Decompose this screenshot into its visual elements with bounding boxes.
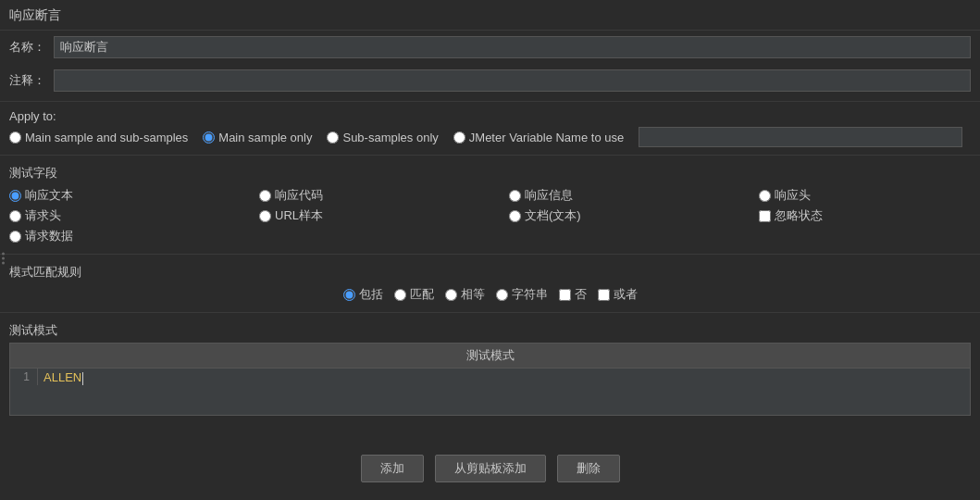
test-fields-section: 测试字段 响应文本 响应代码 响应信息 响应头 请求头	[0, 159, 980, 250]
fields-grid: 响应文本 响应代码 响应信息 响应头 请求头 URL样本	[9, 187, 971, 244]
pm-not-label: 否	[575, 286, 587, 303]
pm-match-input[interactable]	[394, 289, 406, 301]
field-url-sample[interactable]: URL样本	[259, 207, 509, 224]
add-clipboard-button[interactable]: 从剪贴板添加	[435, 455, 546, 482]
field-req-head[interactable]: 请求头	[9, 207, 259, 224]
pm-or-label: 或者	[614, 286, 638, 303]
pattern-title: 模式匹配规则	[9, 264, 971, 281]
comment-label: 注释：	[9, 72, 46, 89]
field-resp-info-label: 响应信息	[525, 187, 573, 204]
line-text: ALLEN	[43, 370, 81, 384]
radio-sub-only[interactable]: Sub-samples only	[327, 131, 438, 144]
radio-main-sub-input[interactable]	[9, 131, 21, 144]
test-patterns-body: 1 ALLEN	[10, 369, 970, 415]
page-title: 响应断言	[0, 0, 980, 31]
bottom-buttons: 添加 从剪贴板添加 删除	[0, 440, 980, 497]
radio-main-only-input[interactable]	[203, 131, 215, 144]
pm-contains-input[interactable]	[343, 289, 355, 301]
radio-sub-only-input[interactable]	[327, 131, 339, 144]
field-req-head-label: 请求头	[25, 207, 61, 224]
apply-to-section: Apply to: Main sample and sub-samples Ma…	[0, 106, 980, 151]
pattern-section: 模式匹配规则 包括 匹配 相等 字符串 否	[0, 258, 980, 308]
field-doc-text-input[interactable]	[509, 210, 521, 222]
field-url-sample-input[interactable]	[259, 210, 271, 222]
pm-substring-input[interactable]	[496, 289, 508, 301]
test-patterns-title: 测试模式	[9, 322, 971, 339]
field-ignore-status-input[interactable]	[759, 210, 771, 222]
field-url-sample-label: URL样本	[275, 207, 323, 224]
field-resp-code[interactable]: 响应代码	[259, 187, 509, 204]
pm-equals-label: 相等	[461, 286, 485, 303]
pm-or[interactable]: 或者	[598, 286, 638, 303]
radio-main-only-label: Main sample only	[218, 131, 312, 144]
radio-main-sub-label: Main sample and sub-samples	[25, 131, 188, 144]
radio-jmeter-var[interactable]: JMeter Variable Name to use	[453, 131, 624, 144]
pm-not-input[interactable]	[559, 289, 571, 301]
pm-equals[interactable]: 相等	[445, 286, 485, 303]
field-resp-code-input[interactable]	[259, 190, 271, 202]
pm-match[interactable]: 匹配	[394, 286, 434, 303]
comment-input[interactable]	[54, 69, 971, 92]
pm-contains[interactable]: 包括	[343, 286, 383, 303]
field-resp-info[interactable]: 响应信息	[509, 187, 759, 204]
field-resp-info-input[interactable]	[509, 190, 521, 202]
table-row: 1 ALLEN	[10, 369, 970, 387]
field-ignore-status[interactable]: 忽略状态	[759, 207, 971, 224]
name-label: 名称：	[9, 39, 46, 56]
field-ignore-status-label: 忽略状态	[775, 207, 823, 224]
field-resp-text-input[interactable]	[9, 190, 21, 202]
comment-row: 注释：	[0, 64, 980, 97]
pm-or-input[interactable]	[598, 289, 610, 301]
add-button[interactable]: 添加	[361, 455, 424, 482]
radio-jmeter-var-input[interactable]	[453, 131, 465, 144]
pm-match-label: 匹配	[410, 286, 434, 303]
field-resp-head[interactable]: 响应头	[759, 187, 971, 204]
text-cursor	[82, 372, 83, 385]
field-resp-text[interactable]: 响应文本	[9, 187, 259, 204]
pm-substring-label: 字符串	[512, 286, 548, 303]
pm-substring[interactable]: 字符串	[496, 286, 548, 303]
pm-contains-label: 包括	[359, 286, 383, 303]
test-fields-title: 测试字段	[9, 165, 971, 181]
field-resp-text-label: 响应文本	[25, 187, 73, 204]
delete-button[interactable]: 删除	[557, 455, 620, 482]
field-doc-text-label: 文档(文本)	[525, 207, 581, 224]
field-resp-head-input[interactable]	[759, 190, 771, 202]
field-req-data-label: 请求数据	[25, 228, 73, 244]
test-patterns-header: 测试模式	[10, 344, 970, 369]
name-row: 名称：	[0, 31, 980, 64]
apply-to-label: Apply to:	[9, 109, 971, 123]
radio-jmeter-var-label: JMeter Variable Name to use	[469, 131, 624, 144]
name-input[interactable]	[54, 36, 971, 58]
apply-to-radio-group: Main sample and sub-samples Main sample …	[9, 127, 971, 147]
resize-handle[interactable]	[0, 251, 7, 267]
field-req-data[interactable]: 请求数据	[9, 228, 259, 244]
line-number: 1	[10, 369, 38, 385]
pm-not[interactable]: 否	[559, 286, 587, 303]
field-resp-head-label: 响应头	[775, 187, 811, 204]
test-patterns-section: 测试模式 测试模式 1 ALLEN	[0, 317, 980, 421]
jmeter-var-input[interactable]	[639, 127, 962, 147]
pattern-row: 包括 匹配 相等 字符串 否 或者	[9, 286, 971, 303]
radio-main-only[interactable]: Main sample only	[203, 131, 312, 144]
radio-sub-only-label: Sub-samples only	[342, 131, 438, 144]
radio-main-sub[interactable]: Main sample and sub-samples	[9, 131, 188, 144]
field-req-data-input[interactable]	[9, 231, 21, 243]
field-resp-code-label: 响应代码	[275, 187, 323, 204]
line-content: ALLEN	[38, 369, 970, 387]
field-req-head-input[interactable]	[9, 210, 21, 222]
pm-equals-input[interactable]	[445, 289, 457, 301]
test-patterns-table: 测试模式 1 ALLEN	[9, 343, 971, 416]
field-doc-text[interactable]: 文档(文本)	[509, 207, 759, 224]
